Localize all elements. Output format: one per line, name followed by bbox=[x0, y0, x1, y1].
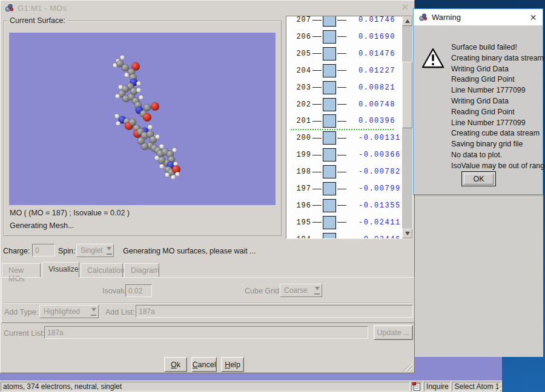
warning-line: Creating binary data stream bbox=[451, 53, 545, 64]
add-list-input[interactable] bbox=[136, 305, 413, 318]
mo-orbital-box[interactable] bbox=[323, 114, 336, 128]
mo-rows: 2070.017462060.016902050.014762040.01227… bbox=[287, 16, 402, 238]
atom-H bbox=[120, 55, 125, 60]
mo-orbital-box[interactable] bbox=[323, 47, 336, 60]
mo-energy: -0.01355 bbox=[358, 201, 401, 210]
atom-H bbox=[116, 121, 121, 126]
mo-energy-list: 2070.017462060.016902050.014762040.01227… bbox=[286, 16, 413, 239]
tab-new-mos[interactable]: New MOs bbox=[2, 263, 41, 278]
mo-row-205: 2050.01476 bbox=[287, 45, 402, 62]
charge-input[interactable] bbox=[32, 244, 55, 256]
mo-number: 194 bbox=[287, 235, 311, 238]
mo-orbital-box[interactable] bbox=[323, 148, 336, 162]
tab-calculation[interactable]: Calculation bbox=[81, 263, 123, 278]
visualize-tab-panel: Isovalue: Cube Grid: Coarse Add Type: Hi… bbox=[1, 277, 415, 323]
mo-orbital-box[interactable] bbox=[323, 16, 336, 27]
gaussview-app-icon bbox=[4, 3, 14, 13]
mo-row-197: 197-0.00799 bbox=[287, 180, 402, 197]
mo-list-scrollbar[interactable] bbox=[402, 16, 412, 238]
mos-dialog: G1:M1 - MOs ✕ Current Surface: MO ( (M bbox=[0, 0, 415, 373]
mo-orbital-box[interactable] bbox=[323, 30, 336, 44]
mo-number: 198 bbox=[287, 168, 311, 176]
current-list-label: Current List: bbox=[4, 329, 45, 338]
tab-diagram[interactable]: Diagram bbox=[124, 263, 159, 278]
status-doc-panel[interactable] bbox=[411, 382, 423, 391]
isovalue-input[interactable] bbox=[125, 284, 152, 297]
mo-orbital-box[interactable] bbox=[323, 131, 336, 145]
atom-H bbox=[136, 88, 141, 93]
warning-ok-button[interactable]: OK bbox=[461, 171, 496, 186]
surface-caption: MO ( (MO = 187) ; Isovalue = 0.02 ) bbox=[10, 209, 130, 217]
mo-row-203: 2030.00821 bbox=[287, 79, 402, 96]
status-select-atom[interactable]: Select Atom 1 bbox=[452, 382, 501, 391]
mo-number: 196 bbox=[287, 201, 311, 210]
document-icon bbox=[414, 383, 420, 391]
mo-row-200: 200-0.00131 bbox=[287, 129, 402, 146]
charge-label: Charge: bbox=[3, 247, 30, 255]
mo-orbital-box[interactable] bbox=[323, 199, 336, 212]
atom-H bbox=[154, 155, 159, 160]
ok-button[interactable]: Ok bbox=[164, 357, 187, 372]
warning-line: Writing Grid Data bbox=[451, 64, 545, 75]
spin-dropdown[interactable]: Singlet bbox=[76, 244, 114, 257]
atom-O bbox=[151, 102, 159, 111]
mo-orbital-box[interactable] bbox=[323, 64, 336, 77]
close-icon[interactable]: ✕ bbox=[528, 12, 538, 22]
mo-orbital-box[interactable] bbox=[323, 216, 336, 229]
mo-number: 200 bbox=[287, 134, 311, 142]
cube-grid-dropdown[interactable]: Coarse bbox=[280, 284, 322, 297]
mos-titlebar[interactable]: G1:M1 - MOs ✕ bbox=[1, 1, 414, 15]
warning-titlebar[interactable]: Warning ✕ bbox=[414, 9, 543, 25]
mo-orbital-box[interactable] bbox=[323, 182, 336, 195]
current-list-input[interactable] bbox=[44, 326, 368, 339]
window-title: G1:M1 - MOs bbox=[18, 4, 67, 13]
atom-C bbox=[129, 119, 136, 126]
warning-messages: Surface build failed!Creating binary dat… bbox=[451, 42, 545, 172]
atom-H bbox=[118, 85, 123, 90]
warning-body: Surface build failed!Creating binary dat… bbox=[414, 25, 543, 195]
mesh-status: Generating Mesh... bbox=[10, 221, 74, 230]
mo-orbital-box[interactable] bbox=[323, 165, 336, 178]
scrollbar-thumb[interactable] bbox=[402, 62, 412, 128]
mo-row-201: 2010.00396 bbox=[287, 113, 402, 129]
mo-row-204: 2040.01227 bbox=[287, 62, 402, 79]
mo-orbital-box[interactable] bbox=[323, 233, 336, 238]
close-icon[interactable]: ✕ bbox=[400, 2, 411, 13]
scroll-down-button[interactable] bbox=[402, 229, 412, 238]
help-button[interactable]: Help bbox=[221, 357, 244, 372]
atom-H bbox=[171, 175, 176, 180]
atom-C bbox=[137, 137, 145, 145]
warning-line: Creating cube data stream bbox=[451, 128, 545, 139]
dropdown-arrow-icon bbox=[107, 247, 112, 255]
dialog-resize-grip[interactable] bbox=[400, 363, 412, 371]
update-button[interactable]: Update ... bbox=[374, 325, 413, 340]
spin-label: Spin: bbox=[58, 247, 76, 255]
warning-line: Line Number 1777099 bbox=[451, 118, 545, 129]
mo-number: 201 bbox=[287, 117, 311, 125]
status-inquire[interactable]: Inquire bbox=[424, 382, 451, 391]
mo-energy: 0.01746 bbox=[358, 16, 395, 24]
warning-line: Surface build failed! bbox=[451, 42, 545, 53]
mo-orbital-box[interactable] bbox=[323, 98, 336, 111]
atom-H bbox=[175, 172, 180, 177]
cancel-button[interactable]: Cancel bbox=[191, 357, 217, 372]
mo-number: 197 bbox=[287, 185, 311, 193]
atom-H bbox=[159, 164, 164, 169]
mo-row-195: 195-0.02411 bbox=[287, 214, 402, 231]
molecule-viewer[interactable] bbox=[9, 33, 276, 205]
atom-H bbox=[172, 148, 177, 152]
cube-grid-label: Cube Grid: bbox=[245, 287, 281, 295]
mo-orbital-box[interactable] bbox=[323, 81, 336, 94]
warning-line: Saving binary grid file bbox=[451, 139, 545, 150]
mo-row-194: 194-0.03446 bbox=[287, 231, 402, 238]
warning-line: Writing Grid Data bbox=[451, 96, 545, 107]
warning-triangle-icon bbox=[421, 47, 446, 70]
atom-C bbox=[122, 64, 129, 71]
mo-number: 206 bbox=[287, 33, 311, 41]
tab-visualize[interactable]: Visualize bbox=[42, 262, 79, 278]
add-type-dropdown[interactable]: Highlighted bbox=[39, 305, 99, 318]
mo-row-198: 198-0.00782 bbox=[287, 163, 402, 180]
warning-line: Reading Grid Point bbox=[451, 74, 545, 85]
scroll-up-button[interactable] bbox=[402, 16, 412, 26]
mo-energy: 0.00396 bbox=[358, 117, 395, 125]
